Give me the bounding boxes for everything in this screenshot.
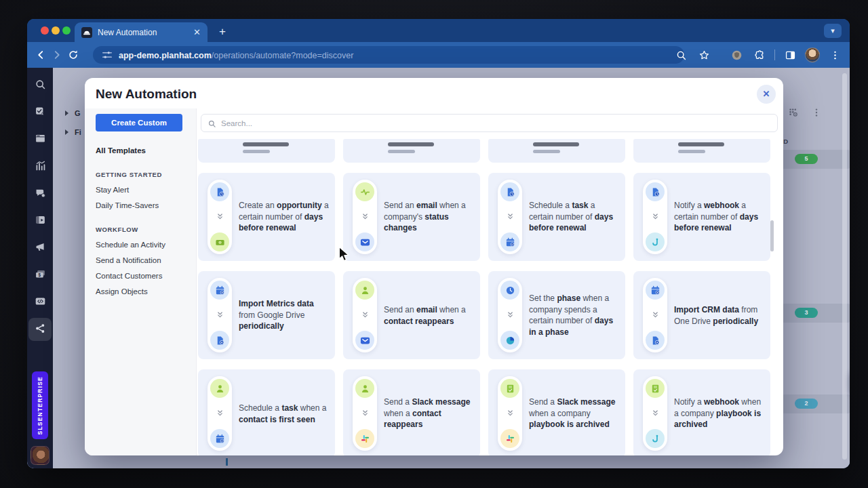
double-chevron-down-icon: [652, 211, 659, 223]
nav-item[interactable]: Contact Customers: [96, 272, 196, 280]
renewal-document-icon: [210, 182, 229, 201]
nav-item[interactable]: Daily Time-Savers: [96, 201, 196, 209]
site-settings-icon[interactable]: [101, 47, 113, 63]
card-description: Send an email when a company's status ch…: [384, 200, 475, 234]
window-close-button[interactable]: [41, 26, 49, 35]
template-card[interactable]: Send a Slack message when a contact reap…: [343, 369, 480, 455]
template-card[interactable]: Schedule a task a certain number of days…: [488, 173, 625, 261]
nav-item[interactable]: Stay Alert: [96, 186, 196, 194]
sidebar-item-campaigns[interactable]: [28, 237, 52, 260]
template-card[interactable]: Notify a webhook when a company playbook…: [633, 369, 770, 455]
sidebar-item-automations[interactable]: [28, 318, 52, 341]
url-bar[interactable]: app-demo.planhat.com/operations/automate…: [93, 46, 684, 64]
browser-tab[interactable]: New Automation ✕: [75, 22, 208, 42]
playbook-icon: [646, 379, 665, 398]
template-card-partial[interactable]: [343, 139, 480, 163]
card-description: Notify a webhook when a company playbook…: [674, 396, 766, 430]
sidebar-item-portal[interactable]: [28, 128, 52, 151]
schedule-calendar-icon: [646, 281, 665, 300]
double-chevron-down-icon: [652, 407, 659, 420]
template-card-partial[interactable]: [198, 139, 335, 163]
timeline-tick: [226, 458, 228, 466]
template-card[interactable]: Set the phase when a company spends a ce…: [488, 271, 625, 359]
profile-avatar[interactable]: [805, 47, 820, 62]
status-badge: 3: [795, 308, 818, 318]
extensions-puzzle-icon[interactable]: [751, 47, 768, 63]
card-description: Set the phase when a company spends a ce…: [529, 293, 620, 338]
modal-nav-panel: Create Custom All Templates GETTING STAR…: [85, 108, 197, 455]
card-icon-pill: [643, 278, 667, 352]
search-input[interactable]: [221, 119, 771, 127]
nav-item[interactable]: Assign Objects: [96, 287, 196, 296]
create-custom-button[interactable]: Create Custom: [96, 114, 182, 131]
back-icon[interactable]: [33, 47, 49, 63]
template-card[interactable]: Send an email when a contact reappears: [343, 271, 480, 359]
sidebar-item-developer[interactable]: [28, 291, 52, 314]
analytics-icon: [35, 160, 46, 174]
sidebar-item-tasks[interactable]: [28, 101, 52, 124]
tab-close-icon[interactable]: ✕: [193, 28, 201, 37]
kebab-menu-icon[interactable]: [811, 107, 822, 121]
sidebar-item-conversations[interactable]: [28, 182, 52, 205]
new-tab-button[interactable]: +: [216, 25, 229, 39]
reload-icon[interactable]: [65, 47, 81, 63]
app-sidebar: $ SLSENTERPRISE: [27, 68, 53, 468]
url-path: /operations/automate?mode=discover: [212, 51, 354, 60]
template-card[interactable]: Import Metrics data from Google Drive pe…: [198, 271, 335, 359]
template-card[interactable]: Schedule a task when a contact is first …: [198, 369, 335, 455]
template-card[interactable]: Create an opportunity a certain number o…: [198, 173, 335, 261]
window-zoom-button[interactable]: [62, 26, 71, 35]
sidebar-item-revenue[interactable]: $: [28, 264, 52, 287]
tab-search-chevron-button[interactable]: ▾: [824, 24, 842, 38]
tab-title: New Automation: [98, 28, 188, 37]
card-description: Send a Slack message when a contact reap…: [384, 396, 475, 430]
webhook-icon: [646, 232, 665, 251]
double-chevron-down-icon: [652, 309, 659, 321]
double-chevron-down-icon: [507, 211, 514, 223]
template-card[interactable]: Notify a webhook a certain number of day…: [633, 173, 770, 261]
template-search[interactable]: [201, 114, 778, 132]
window-icon: [35, 133, 46, 147]
modal-close-button[interactable]: ✕: [757, 85, 776, 104]
zoom-icon[interactable]: [673, 47, 689, 63]
window-minimize-button[interactable]: [52, 26, 60, 35]
url-domain: app-demo.planhat.com: [119, 51, 212, 60]
template-card-partial[interactable]: [488, 139, 625, 163]
adblock-badge-icon[interactable]: [728, 47, 745, 63]
card-description: Schedule a task a certain number of days…: [529, 200, 620, 234]
status-pulse-icon: [355, 182, 374, 201]
playbook-icon: [500, 379, 519, 398]
board-settings-icon[interactable]: [788, 107, 799, 121]
caret-right-icon: [65, 129, 68, 135]
page-scrollbar[interactable]: [842, 73, 847, 460]
sidebar-item-analytics[interactable]: [28, 155, 52, 178]
email-icon: [355, 331, 374, 350]
kebab-menu-icon[interactable]: [827, 47, 843, 63]
workspace-badge[interactable]: SLSENTERPRISE: [32, 371, 48, 439]
template-card-partial[interactable]: [633, 139, 770, 163]
template-card[interactable]: Import CRM data from One Drive periodica…: [633, 271, 770, 359]
template-card[interactable]: Send a Slack message when a company play…: [488, 369, 625, 455]
sidebar-item-media-panel[interactable]: [28, 209, 52, 232]
sidebar-item-search[interactable]: [28, 74, 52, 97]
tree-item[interactable]: Fi: [65, 128, 81, 136]
search-icon: [208, 119, 216, 127]
nav-item[interactable]: Schedule an Activity: [96, 241, 196, 249]
browser-toolbar: app-demo.planhat.com/operations/automate…: [27, 42, 850, 68]
template-card[interactable]: Send an email when a company's status ch…: [343, 173, 480, 261]
svg-text:$: $: [38, 272, 41, 278]
nav-item[interactable]: Send a Notification: [96, 256, 196, 264]
schedule-calendar-icon: [210, 281, 229, 300]
nav-item-all-templates[interactable]: All Templates: [96, 146, 196, 155]
search-icon: [35, 79, 46, 93]
bookmark-star-icon[interactable]: [696, 47, 712, 63]
double-chevron-down-icon: [361, 407, 369, 420]
caret-right-icon: [65, 110, 68, 116]
modal-scrollbar-thumb[interactable]: [770, 220, 774, 251]
user-avatar[interactable]: [31, 446, 50, 465]
card-description: Notify a webhook a certain number of day…: [674, 200, 766, 234]
forward-icon[interactable]: [49, 47, 65, 63]
opportunity-money-icon: [210, 232, 229, 251]
tree-item[interactable]: G: [65, 109, 81, 117]
side-panel-icon[interactable]: [782, 47, 798, 63]
